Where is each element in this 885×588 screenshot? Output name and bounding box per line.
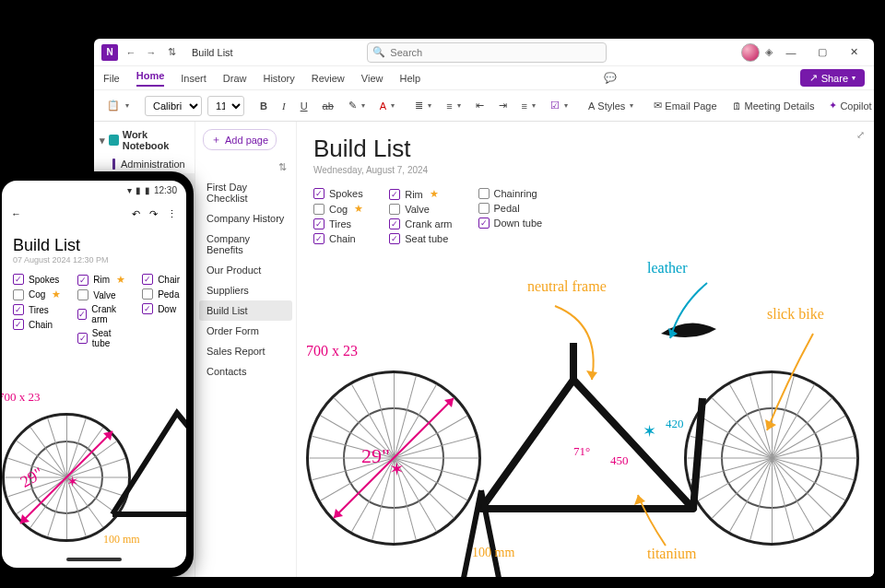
menu-history[interactable]: History: [263, 73, 294, 84]
checklist-item[interactable]: ✓Tires: [313, 218, 363, 229]
meeting-details-button[interactable]: 🗓Meeting Details: [727, 98, 820, 114]
redo-icon[interactable]: ↷: [149, 208, 158, 220]
checklist-label: Tires: [329, 218, 351, 229]
minimize-button[interactable]: —: [778, 47, 804, 58]
checklist-label: Seat tube: [405, 233, 448, 244]
italic-button[interactable]: I: [277, 98, 290, 114]
premium-icon[interactable]: ◈: [765, 46, 773, 58]
annot-100mm: 100 mm: [103, 533, 140, 547]
font-color-button[interactable]: A: [375, 98, 399, 114]
font-name-select[interactable]: Calibri: [145, 96, 202, 116]
arrow-leather: [661, 278, 735, 352]
checkbox-icon: ✓: [77, 275, 88, 286]
numbering-button[interactable]: ≡: [442, 98, 465, 114]
sort-pages-icon[interactable]: ⇅: [278, 161, 287, 173]
star-icon: ★: [52, 288, 61, 300]
strike-button[interactable]: ab: [318, 98, 338, 114]
phone-device: ▾ ▮ ▮ 12:30 ← ↶ ↷ ⋮ Build List 07 August…: [0, 171, 194, 577]
checklist-item[interactable]: ✓Spokes: [13, 274, 61, 285]
numbering-icon: ≡: [446, 100, 452, 112]
checklist-label: Crank arm: [91, 304, 125, 324]
star-icon: ✶: [389, 458, 405, 480]
checklist-item[interactable]: Valve: [77, 289, 125, 300]
star-icon: ★: [354, 203, 363, 215]
forward-icon[interactable]: →: [144, 45, 159, 60]
menu-insert[interactable]: Insert: [181, 73, 206, 84]
highlighter-icon: ✎: [348, 100, 357, 112]
page-item[interactable]: Company Benefits: [199, 229, 292, 260]
page-item[interactable]: Company History: [199, 208, 292, 229]
tag-button[interactable]: ☑: [546, 97, 572, 114]
notebook-header[interactable]: ▾ Work Notebook: [94, 125, 195, 155]
more-icon[interactable]: ⋮: [167, 208, 177, 220]
email-page-button[interactable]: ✉Email Page: [649, 97, 721, 114]
page-item[interactable]: Contacts: [199, 361, 292, 382]
back-icon[interactable]: ←: [11, 208, 21, 219]
checklist-label: Rim: [93, 275, 110, 285]
underline-button[interactable]: U: [296, 98, 313, 114]
styles-button[interactable]: AStyles: [584, 98, 638, 114]
checklist-item[interactable]: ✓Chain: [13, 319, 61, 330]
checklist-item[interactable]: ✓Chair: [142, 274, 180, 285]
checklist-label: Down tube: [494, 218, 543, 229]
menu-help[interactable]: Help: [399, 73, 420, 84]
checklist-item[interactable]: ✓Seat tube: [389, 233, 452, 244]
search-input[interactable]: [367, 42, 607, 63]
checkbox-icon: ✓: [389, 233, 400, 244]
comments-icon[interactable]: 💬: [604, 72, 617, 84]
checklist-item[interactable]: Pedal: [478, 203, 543, 214]
indent-button[interactable]: ⇥: [494, 97, 512, 114]
checklist-item[interactable]: ✓Dow: [142, 303, 180, 314]
checklist-item[interactable]: ✓Crank arm: [77, 304, 125, 324]
expand-icon[interactable]: ⤢: [856, 129, 865, 141]
menu-file[interactable]: File: [103, 73, 120, 84]
checklist-item[interactable]: Valve: [389, 204, 452, 215]
page-item[interactable]: First Day Checklist: [199, 177, 292, 208]
checklist-item[interactable]: Peda: [142, 288, 180, 300]
sync-icon[interactable]: ⇅: [164, 45, 179, 60]
back-icon[interactable]: ←: [124, 45, 138, 60]
global-search[interactable]: 🔍: [367, 42, 607, 63]
menu-view[interactable]: View: [361, 73, 384, 84]
add-page-button[interactable]: ＋ Add page: [203, 129, 277, 150]
page-item[interactable]: Sales Report: [199, 341, 292, 361]
checklist: ✓SpokesCog★✓Tires✓Chain✓Rim★Valve✓Crank …: [313, 188, 857, 244]
bullets-button[interactable]: ≣: [410, 97, 436, 114]
checklist-item[interactable]: Chainring: [478, 188, 543, 199]
page-item[interactable]: Build List: [199, 300, 292, 321]
undo-icon[interactable]: ↶: [132, 208, 140, 220]
phone-canvas[interactable]: Build List 07 August 2024 12:30 PM ✓Spok…: [2, 229, 186, 551]
annot-700x23: 700 x 23: [306, 343, 358, 359]
checklist-item[interactable]: ✓Crank arm: [389, 218, 452, 229]
bold-button[interactable]: B: [255, 98, 272, 114]
share-button[interactable]: ↗ Share ▾: [800, 69, 865, 87]
home-pill[interactable]: [66, 558, 122, 561]
checklist-item[interactable]: ✓Rim★: [77, 274, 125, 286]
menu-home[interactable]: Home: [136, 70, 165, 87]
checklist-item[interactable]: ✓Rim★: [389, 188, 452, 200]
checklist-item[interactable]: Cog★: [313, 203, 363, 215]
checklist-item[interactable]: ✓Down tube: [478, 218, 543, 229]
copilot-button[interactable]: ✦Copilot: [824, 97, 874, 114]
align-button[interactable]: ≡: [517, 98, 540, 114]
maximize-button[interactable]: ▢: [809, 46, 835, 58]
outdent-button[interactable]: ⇤: [471, 97, 489, 114]
checklist-item[interactable]: Cog★: [13, 288, 61, 300]
menu-review[interactable]: Review: [312, 73, 345, 84]
paste-button[interactable]: 📋: [101, 97, 134, 114]
section-item[interactable]: Administration: [94, 155, 195, 173]
page-item[interactable]: Order Form: [199, 321, 292, 341]
checklist-item[interactable]: ✓Tires: [13, 304, 61, 315]
checklist-item[interactable]: ✓Spokes: [313, 188, 363, 199]
checklist-item[interactable]: ✓Chain: [313, 233, 363, 244]
checkbox-icon: ✓: [142, 274, 153, 285]
close-button[interactable]: ✕: [841, 46, 867, 58]
page-item[interactable]: Suppliers: [199, 280, 292, 300]
menu-draw[interactable]: Draw: [223, 73, 247, 84]
font-size-select[interactable]: 11: [207, 96, 244, 116]
page-item[interactable]: Our Product: [199, 260, 292, 280]
user-avatar[interactable]: [741, 43, 760, 62]
page-canvas[interactable]: ⤢ Build List Wednesday, August 7, 2024 ✓…: [297, 122, 874, 577]
highlight-button[interactable]: ✎: [344, 97, 370, 114]
section-color: [112, 159, 115, 170]
